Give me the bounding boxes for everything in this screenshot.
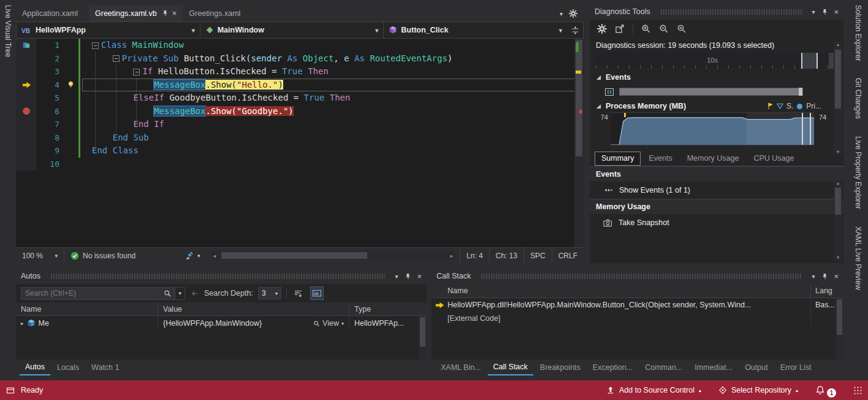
zoom-in-icon[interactable] (641, 24, 651, 34)
drag-grip[interactable] (660, 9, 802, 15)
create-report-icon[interactable] (615, 24, 625, 34)
background-tasks-icon[interactable] (6, 387, 15, 394)
chevron-down-icon[interactable]: ▾ (341, 321, 344, 326)
code-text[interactable]: MessageBox.Show("Hello.") (82, 79, 584, 92)
window-position-chevron-icon[interactable]: ▾ (395, 273, 398, 280)
timeline-ruler[interactable]: 10s (596, 53, 837, 69)
code-text[interactable]: −Class MainWindow (82, 39, 584, 52)
diagnostics-summary-scrollbar[interactable]: ▴ ▾ (834, 180, 842, 260)
code-text[interactable]: End Sub (82, 131, 584, 145)
eol-indicator[interactable]: CRLF (552, 248, 584, 263)
column-header-value[interactable]: Value (158, 302, 349, 315)
sidebar-tab-live-property-explorer[interactable]: Live Property Explorer (854, 131, 862, 209)
tab-events[interactable]: Events (642, 152, 679, 166)
code-text[interactable]: ElseIf GoodbyeButton.IsChecked = True Th… (82, 91, 584, 105)
stack-frame-row[interactable]: [External Code] (432, 312, 843, 325)
diagnostic-tools-title-bar[interactable]: Diagnostic Tools ▾ × (590, 4, 843, 20)
scroll-down-arrow-icon[interactable]: ▾ (837, 255, 839, 260)
search-depth-dropdown[interactable]: 3 ▾ (258, 287, 281, 299)
scroll-up-arrow-icon[interactable]: ▴ (837, 180, 839, 186)
search-box[interactable] (21, 287, 175, 300)
settings-gear-icon[interactable] (569, 9, 577, 18)
tab-breakpoints[interactable]: Breakpoints (535, 360, 586, 375)
notifications-button[interactable]: 1 (815, 383, 836, 398)
editor-horizontal-scrollbar[interactable]: ◂ ▸ (211, 251, 455, 260)
search-options-chevron-icon[interactable]: ▾ (175, 287, 185, 300)
breakpoint-margin[interactable] (16, 39, 37, 52)
selection-handle[interactable] (801, 53, 802, 69)
column-header-type[interactable]: Type (349, 302, 427, 315)
timeline-selection[interactable] (801, 53, 818, 69)
expander-icon[interactable]: ▸ (21, 320, 24, 326)
scrollbar-thumb[interactable] (420, 317, 425, 347)
view-visualizer-button[interactable]: View ▾ (313, 319, 344, 328)
code-area[interactable]: 1−Class MainWindow2 −Private Sub Button_… (16, 39, 584, 247)
member-dropdown[interactable]: Button_Click ▾ (384, 22, 567, 38)
table-row[interactable]: ▸ Me {HelloWPFApp.MainWindow} View ▾ Hel… (16, 316, 427, 331)
call-stack-title-bar[interactable]: Call Stack ▾ × (432, 268, 843, 284)
scrollbar-thumb[interactable] (835, 50, 841, 109)
pin-icon[interactable] (161, 10, 168, 17)
tab-error-list[interactable]: Error List (775, 360, 817, 375)
space-mode-indicator[interactable]: SPC (523, 248, 552, 263)
zoom-dropdown[interactable]: 100 % ▾ (16, 248, 64, 263)
tab-immediate-window[interactable]: Immediat... (689, 360, 738, 375)
tab-application-xaml[interactable]: Application.xaml (16, 5, 84, 21)
events-section-header[interactable]: Events (590, 71, 843, 83)
fold-collapse-box[interactable]: − (133, 69, 140, 75)
selection-handle[interactable] (810, 113, 811, 145)
tab-watch1[interactable]: Watch 1 (86, 360, 124, 375)
project-dropdown[interactable]: VB HelloWPFApp ▾ (17, 22, 200, 38)
scrollbar-thumb[interactable] (837, 299, 842, 335)
close-icon[interactable]: × (834, 7, 839, 17)
sidebar-tab-xaml-live-preview[interactable]: XAML Live Preview (854, 221, 862, 290)
file-health-indicator[interactable]: No issues found (64, 248, 142, 263)
split-window-button[interactable] (567, 22, 583, 38)
tab-exception-settings[interactable]: Exception... (587, 360, 638, 375)
drag-grip[interactable] (50, 274, 385, 279)
editor-vertical-scrollbar[interactable] (574, 39, 584, 247)
tab-xaml-binding-failures[interactable]: XAML Bin... (435, 360, 487, 375)
sidebar-tab-git-changes[interactable]: Git Changes (854, 73, 862, 119)
scroll-right-arrow-icon[interactable]: ▸ (450, 253, 453, 259)
back-arrow-icon[interactable] (190, 290, 199, 298)
autos-scrollbar[interactable] (419, 316, 427, 360)
tab-output[interactable]: Output (739, 360, 774, 375)
resize-grip[interactable] (853, 386, 862, 394)
breakpoint-margin[interactable] (16, 79, 37, 92)
scrollbar-thumb[interactable] (576, 40, 582, 156)
expand-levels-button[interactable] (292, 287, 305, 300)
autos-title-bar[interactable]: Autos ▾ × (16, 268, 427, 284)
scrollbar-thumb[interactable] (835, 188, 841, 215)
memory-chart[interactable] (611, 112, 814, 145)
zoom-out-icon[interactable] (659, 24, 669, 34)
tab-locals[interactable]: Locals (51, 360, 85, 375)
search-input[interactable] (21, 289, 164, 298)
code-text[interactable]: MessageBox.Show("Goodbye.") (82, 105, 584, 118)
breakpoint-margin[interactable] (16, 91, 37, 105)
tab-list-chevron-icon[interactable]: ▾ (560, 10, 563, 17)
breakpoint-margin[interactable] (16, 65, 37, 79)
reset-view-icon[interactable] (677, 24, 687, 34)
text-visualizer-button[interactable]: ab (310, 287, 324, 300)
quick-actions-lightbulb-icon[interactable] (67, 80, 75, 89)
column-header-name[interactable]: Name (16, 302, 158, 315)
selection-handle[interactable] (799, 88, 802, 96)
close-icon[interactable]: × (172, 9, 177, 18)
show-events-link[interactable]: Show Events (1 of 1) (590, 182, 843, 199)
pin-icon[interactable] (821, 9, 828, 15)
code-text[interactable]: −If HelloButton.IsChecked = True Then (82, 65, 584, 79)
pin-icon[interactable] (404, 273, 411, 280)
memory-section-header[interactable]: Process Memory (MB) S. Pri... (590, 100, 843, 112)
breakpoint-margin[interactable] (16, 105, 37, 118)
tab-autos[interactable]: Autos (20, 360, 50, 375)
scroll-up-arrow-icon[interactable]: ▴ (837, 42, 839, 47)
diagnostics-graph-scrollbar[interactable]: ▴ ▾ (834, 42, 842, 155)
scrollbar-thumb[interactable] (221, 252, 367, 259)
breakpoint-margin[interactable] (16, 118, 37, 131)
pin-icon[interactable] (821, 273, 828, 280)
tab-memory-usage[interactable]: Memory Usage (680, 152, 746, 166)
call-stack-scrollbar[interactable] (836, 298, 843, 360)
lightbulb-margin[interactable] (64, 79, 77, 92)
selection-handle[interactable] (817, 53, 818, 69)
